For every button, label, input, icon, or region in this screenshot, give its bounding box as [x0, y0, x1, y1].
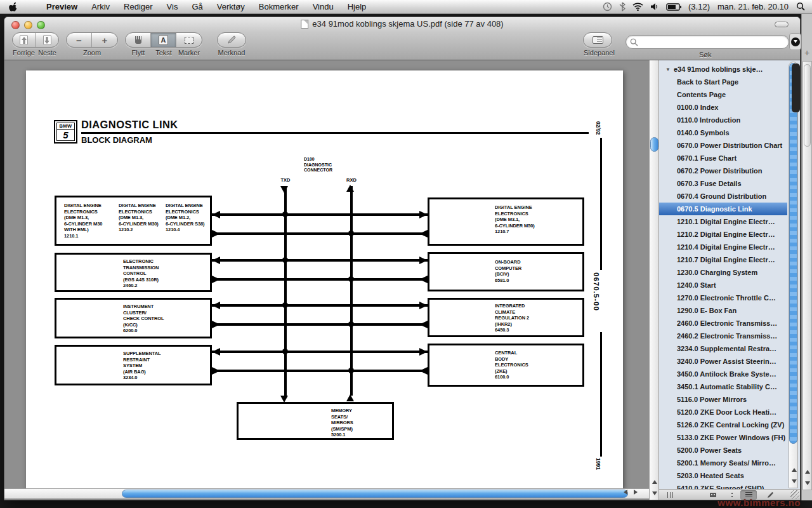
background-scroll-thumb[interactable] — [804, 64, 811, 147]
wifi-icon[interactable] — [632, 3, 643, 11]
search-input[interactable] — [638, 36, 789, 48]
sidebar-scroll-thumb[interactable] — [789, 63, 797, 444]
menubar-clock[interactable]: man. 21. feb. 20.10 — [715, 2, 791, 11]
spotlight-icon[interactable] — [796, 2, 806, 11]
sidebar-item[interactable]: 1230.0 Charging System — [659, 266, 787, 279]
menu-item[interactable]: Gå — [185, 0, 209, 13]
sidebar-item[interactable]: Back to Start Page — [659, 76, 787, 88]
menu-item[interactable]: Bokmerker — [252, 0, 306, 13]
arrowhead — [212, 367, 220, 375]
zoom-button[interactable] — [37, 21, 45, 29]
sidebar-item[interactable]: 0670.4 Ground Distribution — [659, 190, 787, 203]
menu-item[interactable]: Vindu — [306, 0, 341, 13]
sidebar-item[interactable]: 2460.0 Electronic Transmiss… — [659, 317, 787, 330]
sidebar-item[interactable]: 1210.2 Digital Engine Electr… — [659, 228, 787, 241]
sidebar-item[interactable]: 3450.0 Antilock Brake Syste… — [659, 368, 787, 380]
sidebar-item[interactable]: 0100.0 Index — [659, 101, 787, 114]
background-scroll-down[interactable] — [803, 478, 811, 489]
sidebar-item[interactable]: 0140.0 Symbols — [659, 126, 787, 139]
sidebar-item[interactable]: 5133.0 ZKE Power Windows (FH) — [659, 431, 787, 444]
apple-menu[interactable] — [0, 2, 25, 12]
horizontal-scroll-thumb[interactable] — [122, 490, 628, 498]
toolbar-toggle-pill[interactable] — [775, 22, 789, 27]
menu-item[interactable]: Arkiv — [84, 0, 117, 13]
menu-item[interactable]: Hjelp — [341, 0, 374, 13]
sidebar-item[interactable]: 3234.0 Supplemental Restra… — [659, 342, 787, 355]
sidebar-item[interactable]: Contents Page — [659, 88, 787, 101]
text-tool-button[interactable]: A — [151, 33, 176, 47]
sidepanel-label: Sidepanel — [584, 49, 612, 57]
vertical-scroll-thumb[interactable] — [650, 137, 658, 152]
sidebar-item[interactable]: 0110.0 Introduction — [659, 114, 787, 126]
sidebar-item[interactable]: 5116.0 Power Mirrors — [659, 393, 787, 406]
bus-line — [212, 278, 428, 281]
sidebar-item[interactable]: 0670.3 Fuse Details — [659, 177, 787, 190]
horizontal-scrollbar[interactable] — [4, 488, 649, 498]
sidebar-item[interactable]: 5203.0 Heated Seats — [659, 469, 787, 482]
annotate-button[interactable] — [218, 33, 246, 47]
sidebar-item[interactable]: 0670.1 Fuse Chart — [659, 152, 787, 164]
sidebar-item[interactable]: 0670.5 Diagnostic Link — [659, 203, 787, 215]
scroll-left-arrow[interactable] — [624, 490, 627, 495]
minimize-button[interactable] — [24, 21, 32, 29]
sidebar-item[interactable]: 3450.1 Automatic Stability C… — [659, 380, 787, 393]
sidebar-item[interactable]: 5120.0 ZKE Door Lock Heati… — [659, 406, 787, 418]
dark-scroll-thumb[interactable] — [792, 64, 800, 112]
time-machine-icon[interactable] — [603, 2, 612, 11]
bluetooth-icon[interactable] — [619, 2, 625, 11]
vertical-scrollbar[interactable] — [649, 60, 659, 500]
select-tool-button[interactable] — [176, 33, 202, 47]
box-text: SUPPLEMENTALRESTRAINTSYSTEM(AIR BAG)3234… — [123, 351, 161, 381]
background-scroll-up[interactable] — [803, 466, 811, 478]
sidebar-item[interactable]: 3240.0 Power Assist Steerin… — [659, 355, 787, 368]
arrowhead — [212, 230, 220, 237]
pdf-view[interactable]: BMW 5 DIAGNOSTIC LINK BLOCK DIAGRAM D100… — [4, 60, 649, 500]
menu-item[interactable]: Preview — [39, 0, 84, 13]
diagram-box-dme-m50: DIGITAL ENGINEELECTRONICS(DME M3.1,6-CYL… — [428, 197, 584, 246]
sidebar-item[interactable]: 0670.0 Power Distribution Chart — [659, 139, 787, 152]
search-field[interactable] — [625, 35, 789, 49]
next-page-button[interactable] — [36, 33, 58, 47]
sidebar-scroll-up[interactable] — [789, 464, 799, 476]
sidebar-item[interactable]: 1210.7 Digital Engine Electr… — [659, 253, 787, 266]
sidebar-scrollbar[interactable] — [789, 62, 798, 488]
junction-dot — [282, 257, 288, 263]
menu-item[interactable] — [25, 0, 39, 13]
sidebar-scroll-down[interactable] — [789, 476, 799, 487]
sidebar-item[interactable]: 5200.0 Power Seats — [659, 444, 787, 457]
close-button[interactable] — [11, 21, 20, 29]
sidebar-item[interactable]: 5200.1 Memory Seats/ Mirro… — [659, 457, 787, 469]
thumbnails-view-button[interactable] — [662, 490, 678, 500]
sidebar-item[interactable]: 2460.2 Electronic Transmiss… — [659, 330, 787, 342]
sidebar-item[interactable]: 1290.0 E- Box Fan — [659, 304, 787, 317]
volume-icon[interactable] — [650, 3, 659, 11]
sidebar-item[interactable]: 0670.2 Power Distribution — [659, 164, 787, 177]
titlebar[interactable]: e34 91mod koblings skjema US.pdf (side 7… — [4, 17, 800, 31]
next-label: Neste — [36, 49, 59, 57]
menu-item[interactable]: Verktøy — [210, 0, 252, 13]
diagram-box-dme-group: DIGITAL ENGINEELECTRONICS(DME M1.3,6-CYL… — [55, 196, 212, 246]
box-text: ELECTRONICTRANSMISSIONCONTROL(EGS A4S 31… — [123, 258, 159, 289]
scroll-right-arrow[interactable] — [634, 490, 638, 495]
arrowhead — [419, 367, 428, 375]
sidebar-item[interactable]: 1240.0 Start — [659, 279, 787, 291]
move-tool-button[interactable] — [126, 33, 151, 47]
battery-icon[interactable] — [666, 3, 681, 11]
menu-item[interactable]: Rediger — [117, 0, 160, 13]
zoom-in-button[interactable]: + — [92, 33, 117, 47]
sidepanel-button[interactable] — [584, 33, 612, 47]
sidebar-item[interactable]: 1210.4 Digital Engine Electr… — [659, 241, 787, 253]
rxd-label: RXD — [342, 177, 361, 183]
download-button[interactable] — [789, 33, 801, 50]
sidebar-item[interactable]: 5126.0 ZKE Central Locking (ZV) — [659, 418, 787, 431]
background-scrollbar[interactable] — [802, 61, 812, 490]
sidebar-item[interactable]: 1210.1 Digital Engine Electr… — [659, 215, 787, 228]
sidebar-item[interactable]: e34 91mod koblings skje… — [659, 63, 787, 76]
menu-item[interactable]: Vis — [160, 0, 185, 13]
sidebar-item[interactable]: 1270.0 Electronic Throttle C… — [659, 291, 787, 304]
scroll-down-button[interactable] — [650, 488, 660, 499]
scroll-up-button[interactable] — [650, 476, 660, 488]
add-button[interactable]: + — [802, 48, 811, 57]
zoom-out-button[interactable]: − — [67, 33, 92, 47]
previous-page-button[interactable] — [13, 33, 36, 47]
